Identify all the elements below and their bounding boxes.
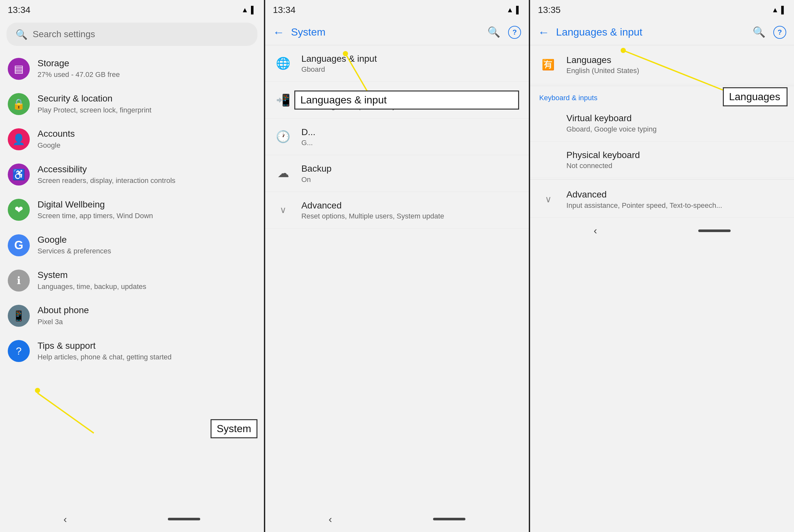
aboutphone-text: About phone Pixel 3a xyxy=(38,304,256,327)
aboutphone-subtitle: Pixel 3a xyxy=(38,317,256,327)
nav-bar-3: ‹ xyxy=(530,218,794,244)
system-search-icon[interactable]: 🔍 xyxy=(487,26,500,39)
nav-pill-2 xyxy=(433,518,465,520)
search-bar[interactable]: 🔍 Search settings xyxy=(6,23,257,46)
system-icon: ℹ xyxy=(17,274,21,287)
system-item-datetime[interactable]: 🕐 D... G... xyxy=(265,119,529,155)
status-icons-3: ▲ ▌ xyxy=(772,6,786,14)
annotation-system: System xyxy=(210,419,257,438)
system-item-backup[interactable]: ☁ Backup On xyxy=(265,155,529,192)
storage-icon: ▤ xyxy=(14,63,24,75)
time-2: 13:34 xyxy=(273,5,296,15)
back-button-languages[interactable]: ← xyxy=(538,26,550,38)
system-help-icon[interactable]: ? xyxy=(508,26,521,39)
divider-1 xyxy=(530,86,794,86)
divider-2 xyxy=(530,179,794,180)
advanced-expand-icon: ∨ xyxy=(274,201,292,219)
lang-text: Languages English (United States) xyxy=(566,54,785,75)
lang-item-languages[interactable]: 🈶 Languages English (United States) xyxy=(530,45,794,84)
datetime-title: D... xyxy=(301,126,520,138)
physical-subtitle: Not connected xyxy=(566,162,785,170)
settings-item-tipssupport[interactable]: ? Tips & support Help articles, phone & … xyxy=(0,334,264,369)
back-button-1[interactable]: ‹ xyxy=(63,513,67,525)
tipssupport-title: Tips & support xyxy=(38,340,256,352)
back-button-3[interactable]: ‹ xyxy=(594,225,597,236)
settings-item-security[interactable]: 🔒 Security & location Play Protect, scre… xyxy=(0,86,264,121)
lang-subtitle: English (United States) xyxy=(566,66,785,75)
aboutphone-icon: 📱 xyxy=(12,310,25,322)
settings-item-accounts[interactable]: 👤 Accounts Google xyxy=(0,121,264,157)
time-1: 13:34 xyxy=(8,5,31,15)
lang-item-advanced[interactable]: ∨ Advanced Input assistance, Pointer spe… xyxy=(530,181,794,217)
system-header-icons: 🔍 ? xyxy=(487,26,521,39)
settings-item-aboutphone[interactable]: 📱 About phone Pixel 3a xyxy=(0,298,264,333)
digitalwellbeing-text: Digital Wellbeing Screen time, app timer… xyxy=(38,199,256,221)
physical-text: Physical keyboard Not connected xyxy=(539,149,785,170)
back-button-2[interactable]: ‹ xyxy=(329,513,332,525)
system-item-advanced[interactable]: ∨ Advanced Reset options, Multiple users… xyxy=(265,192,529,228)
status-icons-1: ▲ ▌ xyxy=(241,6,256,14)
nav-pill-3 xyxy=(698,229,731,232)
system-list: 🌐 Languages & input Gboard 📲 Gestures Ac… xyxy=(265,45,529,506)
lang-advanced-title: Advanced xyxy=(566,189,785,201)
panel-main: 13:34 ▲ ▌ 🔍 Search settings ▤ Storage 27… xyxy=(0,0,265,532)
accessibility-icon-circle: ♿ xyxy=(8,164,30,186)
settings-item-google[interactable]: G Google Services & preferences xyxy=(0,228,264,263)
aboutphone-icon-circle: 📱 xyxy=(8,305,30,327)
status-icons-2: ▲ ▌ xyxy=(506,6,521,14)
languages-title: Languages & input xyxy=(301,53,520,65)
advanced-subtitle: Reset options, Multiple users, System up… xyxy=(301,212,520,221)
accessibility-text: Accessibility Screen readers, display, i… xyxy=(38,164,256,186)
search-icon: 🔍 xyxy=(16,29,27,40)
lang-advanced-icon: ∨ xyxy=(539,190,557,208)
accounts-icon: 👤 xyxy=(12,133,25,146)
nav-bar-1: ‹ xyxy=(0,506,264,532)
languages-help-icon[interactable]: ? xyxy=(773,26,786,39)
wifi-icon-2: ▲ xyxy=(506,6,514,14)
advanced-text: Advanced Reset options, Multiple users, … xyxy=(301,200,520,221)
storage-icon-circle: ▤ xyxy=(8,58,30,80)
accessibility-title: Accessibility xyxy=(38,164,256,175)
tipssupport-icon-circle: ? xyxy=(8,340,30,362)
security-text: Security & location Play Protect, screen… xyxy=(38,93,256,115)
settings-item-accessibility[interactable]: ♿ Accessibility Screen readers, display,… xyxy=(0,157,264,192)
tipssupport-icon: ? xyxy=(16,345,22,357)
accounts-title: Accounts xyxy=(38,128,256,140)
system-item-languages[interactable]: 🌐 Languages & input Gboard xyxy=(265,45,529,82)
physical-title: Physical keyboard xyxy=(566,149,785,161)
system-subtitle: Languages, time, backup, updates xyxy=(38,282,256,292)
system-header: ← System 🔍 ? xyxy=(265,19,529,45)
lang-advanced-subtitle: Input assistance, Pointer speed, Text-to… xyxy=(566,201,785,210)
languages-page-title: Languages & input xyxy=(556,26,746,38)
datetime-subtitle: G... xyxy=(301,139,520,147)
time-3: 13:35 xyxy=(538,5,560,15)
status-bar-2: 13:34 ▲ ▌ xyxy=(265,0,529,19)
lang-title: Languages xyxy=(566,54,785,66)
datetime-icon: 🕐 xyxy=(274,128,292,146)
lang-item-virtual[interactable]: Virtual keyboard Gboard, Google voice ty… xyxy=(530,105,794,141)
dot-languages-input xyxy=(343,51,348,56)
accessibility-icon: ♿ xyxy=(12,168,25,181)
battery-icon-2: ▌ xyxy=(516,6,521,14)
lang-item-physical[interactable]: Physical keyboard Not connected xyxy=(530,141,794,178)
languages-search-icon[interactable]: 🔍 xyxy=(753,26,765,39)
advanced-title: Advanced xyxy=(301,200,520,211)
wifi-icon-3: ▲ xyxy=(772,6,779,14)
settings-item-system[interactable]: ℹ System Languages, time, backup, update… xyxy=(0,263,264,298)
backup-icon: ☁ xyxy=(274,164,292,182)
storage-text: Storage 27% used - 47.02 GB free xyxy=(38,58,256,80)
settings-item-storage[interactable]: ▤ Storage 27% used - 47.02 GB free xyxy=(0,51,264,86)
languages-header-icons: 🔍 ? xyxy=(753,26,786,39)
system-icon-circle: ℹ xyxy=(8,269,30,291)
dot-system xyxy=(35,388,40,393)
panel-system: 13:34 ▲ ▌ ← System 🔍 ? 🌐 Languages & inp… xyxy=(265,0,531,532)
accounts-icon-circle: 👤 xyxy=(8,128,30,150)
digitalwellbeing-icon: ❤ xyxy=(15,204,23,216)
back-button-system[interactable]: ← xyxy=(273,26,284,38)
digitalwellbeing-title: Digital Wellbeing xyxy=(38,199,256,210)
settings-item-digitalwellbeing[interactable]: ❤ Digital Wellbeing Screen time, app tim… xyxy=(0,192,264,228)
virtual-title: Virtual keyboard xyxy=(566,113,785,124)
storage-subtitle: 27% used - 47.02 GB free xyxy=(38,70,256,80)
battery-icon: ▌ xyxy=(251,6,256,14)
lang-advanced-text: Advanced Input assistance, Pointer speed… xyxy=(566,189,785,209)
